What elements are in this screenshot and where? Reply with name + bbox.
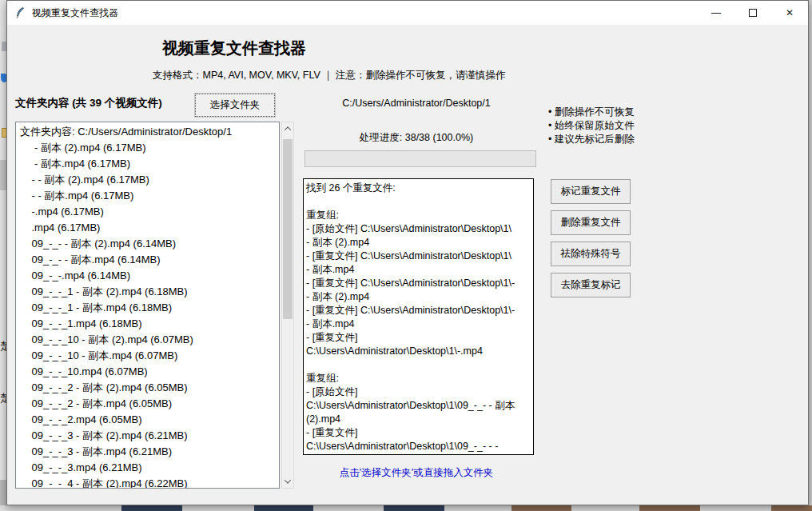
note-line: • 始终保留原始文件: [548, 119, 635, 133]
scroll-up-button[interactable]: [282, 122, 293, 135]
result-line: 重复组:: [306, 209, 531, 222]
chevron-down-icon: [285, 477, 291, 483]
mark-duplicates-button[interactable]: 标记重复文件: [551, 179, 631, 204]
result-line: C:\Users\Administrator\Desktop\1\09_-_- …: [306, 440, 531, 453]
video-thumbnail: [511, 505, 571, 511]
app-window: 视频重复文件查找器 — ✕ 视频重复文件查找器 支持格式：MP4, AVI, M…: [6, 0, 809, 505]
close-icon: ✕: [786, 7, 794, 18]
result-line: C:\Users\Administrator\Desktop\1\-.mp4: [306, 345, 531, 358]
video-thumbnail: [639, 505, 700, 511]
list-item[interactable]: - - 副本.mp4 (6.17MB): [20, 188, 279, 204]
result-line: C:\Users\Administrator\Desktop\1\09_-_- …: [306, 399, 531, 413]
supported-formats-note: 支持格式：MP4, AVI, MOV, MKV, FLV ｜ 注意：删除操作不可…: [153, 69, 505, 82]
result-line: - [原始文件] C:\Users\Administrator\Desktop\…: [306, 222, 531, 236]
result-line: [306, 195, 531, 209]
video-thumbnail: [384, 505, 444, 511]
desktop-label-fragment: 楚: [0, 391, 6, 405]
progress-bar: [304, 150, 536, 167]
scroll-down-button[interactable]: [282, 475, 293, 488]
delete-duplicates-button[interactable]: 删除重复文件: [551, 210, 631, 235]
result-line: [306, 358, 531, 372]
list-item[interactable]: 09_-_-_1.mp4 (6.18MB): [20, 316, 279, 332]
page-title: 视频重复文件查找器: [162, 38, 306, 59]
desktop-left-edge: 楚 楚: [0, 0, 6, 511]
result-line: - 副本.mp4: [306, 317, 531, 331]
result-line: - [重复文件] C:\Users\Administrator\Desktop\…: [306, 277, 531, 290]
result-line: - [重复文件] C:\Users\Administrator\Desktop\…: [306, 304, 531, 317]
list-item[interactable]: .mp4 (6.17MB): [20, 220, 279, 236]
result-line: - [重复文件]: [306, 331, 531, 345]
file-list-scrollbar[interactable]: [281, 122, 294, 489]
list-item[interactable]: 09_-_-_4 - 副本 (2).mp4 (6.22MB): [20, 476, 279, 489]
select-folder-button[interactable]: 选择文件夹: [195, 94, 275, 117]
minimize-button[interactable]: —: [698, 1, 734, 25]
list-item[interactable]: - 副本.mp4 (6.17MB): [20, 156, 279, 172]
list-item[interactable]: - 副本 (2).mp4 (6.17MB): [20, 140, 279, 156]
remove-special-chars-button[interactable]: 祛除特殊符号: [551, 242, 631, 266]
progress-label: 处理进度: 38/38 (100.0%): [298, 131, 535, 145]
list-item[interactable]: -.mp4 (6.17MB): [20, 204, 279, 220]
result-line: - [原始文件]: [306, 385, 531, 399]
list-item[interactable]: 09_-_-_10 - 副本 (2).mp4 (6.07MB): [20, 332, 279, 348]
result-line: - [重复文件]: [306, 426, 531, 440]
folder-content-header: 文件夹内容 (共 39 个视频文件): [15, 96, 162, 110]
list-item[interactable]: 09_-_-_3.mp4 (6.21MB): [20, 460, 279, 476]
action-buttons: 标记重复文件 删除重复文件 祛除特殊符号 去除重复标记: [551, 179, 631, 297]
warning-notes: • 删除操作不可恢复 • 始终保留原始文件 • 建议先标记后删除: [548, 106, 635, 146]
note-line: • 建议先标记后删除: [548, 133, 635, 146]
app-feather-icon: [14, 6, 26, 19]
drop-folder-hint[interactable]: 点击'选择文件夹'或直接拖入文件夹: [298, 466, 535, 480]
chevron-up-icon: [285, 126, 291, 133]
list-item[interactable]: 09_-_-_1 - 副本 (2).mp4 (6.18MB): [20, 284, 279, 300]
list-item[interactable]: 09_-_-_2 - 副本.mp4 (6.05MB): [20, 396, 279, 412]
list-item[interactable]: 09_-_-_3 - 副本 (2).mp4 (6.21MB): [20, 428, 279, 444]
list-item[interactable]: 09_-_-_10.mp4 (6.07MB): [20, 364, 279, 380]
list-item[interactable]: 09_-_-_1 - 副本.mp4 (6.18MB): [20, 300, 279, 316]
video-thumbnail: [771, 505, 812, 511]
close-button[interactable]: ✕: [771, 1, 808, 25]
duplicate-results-text[interactable]: 找到 26 个重复文件:重复组:- [原始文件] C:\Users\Admini…: [303, 178, 534, 455]
result-line: (2).mp4: [306, 413, 531, 426]
list-item[interactable]: 09_-_- - 副本 (2).mp4 (6.14MB): [20, 236, 279, 252]
video-thumbnail: [254, 505, 313, 511]
window-controls: — ✕: [698, 1, 808, 25]
list-item[interactable]: 09_-_- - 副本.mp4 (6.14MB): [20, 252, 279, 268]
remove-duplicate-marks-button[interactable]: 去除重复标记: [551, 273, 631, 297]
scrollbar-thumb[interactable]: [283, 139, 293, 319]
list-item[interactable]: 09_-_-.mp4 (6.14MB): [20, 268, 279, 284]
desktop-scroll-fragment: [0, 160, 6, 190]
list-item[interactable]: 09_-_-_10 - 副本.mp4 (6.07MB): [20, 348, 279, 364]
minimize-icon: —: [711, 7, 721, 18]
result-line: - 副本.mp4: [306, 263, 531, 277]
note-line: • 删除操作不可恢复: [548, 106, 635, 119]
list-item[interactable]: - - 副本 (2).mp4 (6.17MB): [20, 172, 279, 188]
file-list[interactable]: 文件夹内容: C:/Users/Administrator/Desktop/1 …: [15, 122, 280, 489]
result-line: - [重复文件] C:\Users\Administrator\Desktop\…: [306, 250, 531, 263]
result-line: 重复组:: [306, 372, 531, 385]
list-item[interactable]: 文件夹内容: C:/Users/Administrator/Desktop/1: [20, 124, 279, 140]
maximize-button[interactable]: [734, 1, 771, 25]
result-line: - 副本 (2).mp4: [306, 236, 531, 250]
list-item[interactable]: 09_-_-_3 - 副本.mp4 (6.21MB): [20, 444, 279, 460]
list-item[interactable]: 09_-_-_2 - 副本 (2).mp4 (6.05MB): [20, 380, 279, 396]
video-thumbnail: [121, 505, 182, 511]
list-item[interactable]: 09_-_-_2.mp4 (6.05MB): [20, 412, 279, 428]
result-line: - 副本 (2).mp4: [306, 290, 531, 304]
window-title: 视频重复文件查找器: [32, 6, 118, 20]
title-bar[interactable]: 视频重复文件查找器 — ✕: [7, 1, 808, 25]
desktop-label-fragment: 楚: [0, 339, 6, 353]
desktop-icon-fragment: [1, 74, 6, 82]
maximize-icon: [749, 9, 757, 17]
current-folder-path: C:/Users/Administrator/Desktop/1: [298, 98, 535, 109]
result-line: 找到 26 个重复文件:: [306, 182, 531, 195]
